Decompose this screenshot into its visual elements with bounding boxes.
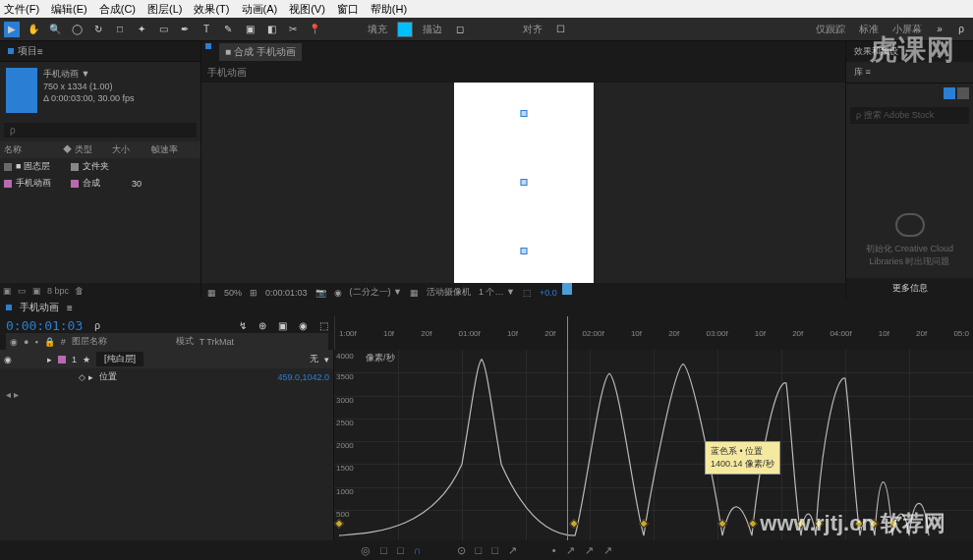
anchor-tool-icon[interactable]: ✦ (134, 22, 149, 37)
pen-tool-icon[interactable]: ✒ (177, 22, 193, 37)
ge-graph-type-icon[interactable]: ∩ (414, 544, 422, 556)
transform-handle[interactable] (520, 110, 527, 117)
eraser-tool-icon[interactable]: ◧ (263, 22, 279, 37)
ge-box-icon[interactable]: □ (397, 544, 404, 556)
ge-ease-out-icon[interactable]: ↗ (585, 544, 594, 557)
project-row-folder[interactable]: ■ 固态层文件夹 (0, 158, 200, 175)
tl-icon[interactable]: ⬚ (319, 320, 328, 331)
timeline-layer-list: ◉▸ 1 ★ [纯白层] 无▾ ◇ ▸ 位置 459.0,1042.0 ◂ ▸ (0, 350, 334, 540)
comp-3d-icon[interactable]: ⬚ (523, 288, 532, 298)
view-grid-icon[interactable] (944, 87, 955, 99)
comp-snapshot-icon[interactable]: 📷 (315, 288, 326, 298)
ge-box-icon[interactable]: □ (380, 544, 387, 556)
fill-color-swatch[interactable] (397, 22, 413, 37)
graph-tooltip: 蓝色系 • 位置 1400.14 像素/秒 (705, 441, 780, 475)
menu-animation[interactable]: 动画(A) (242, 2, 278, 17)
ge-ease-in-icon[interactable]: ↗ (566, 544, 575, 557)
interpret-icon[interactable]: ▣ (3, 286, 12, 296)
snap-toggle-icon[interactable]: ☐ (552, 22, 568, 37)
shape-tool-icon[interactable]: ▭ (155, 22, 171, 37)
tl-icon[interactable]: ◉ (299, 320, 308, 331)
text-tool-icon[interactable]: T (199, 22, 214, 37)
transform-handle[interactable] (520, 179, 527, 186)
roto-tool-icon[interactable]: ✂ (285, 22, 301, 37)
project-thumbnail[interactable] (6, 68, 37, 113)
view-list-icon[interactable] (957, 87, 969, 99)
rotate-tool-icon[interactable]: ↻ (90, 22, 106, 37)
menu-layer[interactable]: 图层(L) (147, 2, 182, 17)
ge-keyframe-icon[interactable]: • (552, 544, 556, 556)
toolbar: ▶ ✋ 🔍 ◯ ↻ □ ✦ ▭ ✒ T ✎ ▣ ◧ ✂ 📍 填充 描边 ◻ 对齐… (0, 18, 973, 41)
trash-icon[interactable]: 🗑 (75, 286, 84, 296)
project-row-comp[interactable]: 手机动画合成30 (0, 175, 200, 192)
timeline-columns: ◉●▪🔒# 图层名称 模式 T TrkMat (6, 333, 328, 350)
menu-file[interactable]: 文件(F) (4, 2, 39, 17)
new-bin-icon[interactable]: ▭ (18, 286, 27, 296)
comp-views[interactable]: 1 个… ▼ (479, 286, 515, 299)
comp-channel-icon[interactable]: ◉ (334, 288, 342, 298)
menu-edit[interactable]: 编辑(E) (51, 2, 87, 17)
comp-zoom[interactable]: 50% (224, 288, 242, 298)
ge-ease-icon[interactable]: ↗ (508, 544, 517, 557)
comp-alpha-icon[interactable]: ▦ (207, 288, 216, 298)
menu-help[interactable]: 帮助(H) (371, 2, 407, 17)
ge-snap-icon[interactable]: □ (476, 544, 483, 556)
comp-exposure[interactable]: +0.0 (540, 288, 557, 298)
menu-view[interactable]: 视图(V) (289, 2, 325, 17)
comp-tab[interactable]: ■ 合成 手机动画 (219, 43, 302, 61)
comp-resolution[interactable]: (二分之一) ▼ (350, 286, 402, 299)
watermark: www.rjtj.cn 软荐网 (760, 509, 945, 538)
project-panel: 项目 ≡ 手机动画 ▼ 750 x 1334 (1.00) Δ 0:00:03:… (0, 41, 201, 299)
menu-composition[interactable]: 合成(C) (99, 2, 136, 17)
camera-tool-icon[interactable]: □ (112, 22, 128, 37)
selection-tool-icon[interactable]: ▶ (4, 22, 20, 37)
ge-snap-icon[interactable]: □ (491, 544, 498, 556)
comp-canvas[interactable] (454, 83, 594, 283)
right-panel: 效果和预设 库 ≡ ρ 搜索 Adobe Stock 初始化 Creative … (845, 41, 973, 299)
timeline-search-input[interactable]: ρ (94, 320, 100, 331)
search-help-icon[interactable]: ρ (953, 22, 969, 37)
timeline-tab[interactable]: 手机动画 (20, 301, 59, 314)
timeline-ruler[interactable]: 1:00f10f20f01:00f10f20f02:00f10f20f03:00… (334, 316, 973, 350)
stroke-label: 描边 (423, 23, 442, 36)
comp-res-icon[interactable]: ⊞ (250, 288, 258, 298)
timeline-property-row[interactable]: ◇ ▸ 位置 459.0,1042.0 (0, 368, 333, 385)
zoom-tool-icon[interactable]: 🔍 (47, 22, 63, 37)
project-footer: ▣ ▭ ▣ 8 bpc 🗑 (0, 283, 200, 299)
tl-icon[interactable]: ▣ (278, 320, 287, 331)
comp-subtitle: 手机动画 (201, 63, 845, 83)
comp-time[interactable]: 0:00:01:03 (265, 288, 308, 298)
graph-editor-toolbar: ◎ □ □ ∩ ⊙ □ □ ↗ • ↗ ↗ ↗ (0, 540, 973, 560)
menu-window[interactable]: 窗口 (337, 2, 359, 17)
layer-expand-icon[interactable]: ◂ ▸ (0, 385, 333, 404)
bpc-toggle[interactable]: 8 bpc (47, 286, 69, 296)
comp-grid-icon[interactable]: ▦ (410, 288, 419, 298)
brush-tool-icon[interactable]: ✎ (220, 22, 236, 37)
stamp-tool-icon[interactable]: ▣ (242, 22, 258, 37)
library-search-input[interactable]: ρ 搜索 Adobe Stock (850, 107, 969, 124)
stroke-swatch-icon[interactable]: ◻ (452, 22, 468, 37)
workspace-track[interactable]: 仅跟踪 (816, 23, 845, 36)
composition-panel: ■ 合成 手机动画 手机动画 ▦ 50% ⊞ 0:00:01:03 📷 ◉ (二… (201, 41, 845, 299)
tl-icon[interactable]: ⊕ (258, 320, 266, 331)
comp-camera[interactable]: 活动摄像机 (427, 286, 471, 299)
ge-ease-both-icon[interactable]: ↗ (603, 544, 612, 557)
project-search-input[interactable]: ρ (4, 123, 197, 138)
ge-fit-icon[interactable]: ⊙ (457, 544, 466, 557)
snap-label: 对齐 (523, 23, 543, 36)
project-columns: 名称◆ 类型大小帧速率 (0, 141, 200, 158)
orbit-tool-icon[interactable]: ◯ (69, 22, 85, 37)
puppet-tool-icon[interactable]: 📍 (307, 22, 322, 37)
timeline-layer-row[interactable]: ◉▸ 1 ★ [纯白层] 无▾ (0, 350, 333, 368)
ge-eye-icon[interactable]: ◎ (361, 544, 371, 557)
timecode-display[interactable]: 0:00:01:03 (6, 318, 83, 333)
menu-effect[interactable]: 效果(T) (194, 2, 229, 17)
project-tab[interactable]: 项目 ≡ (0, 41, 200, 62)
new-comp-icon[interactable]: ▣ (32, 286, 41, 296)
transform-handle[interactable] (520, 248, 527, 254)
library-more-info[interactable]: 更多信息 (846, 278, 973, 299)
comp-viewer[interactable] (201, 83, 845, 283)
playhead[interactable] (567, 316, 568, 350)
hand-tool-icon[interactable]: ✋ (26, 22, 41, 37)
tl-icon[interactable]: ↯ (239, 320, 247, 331)
